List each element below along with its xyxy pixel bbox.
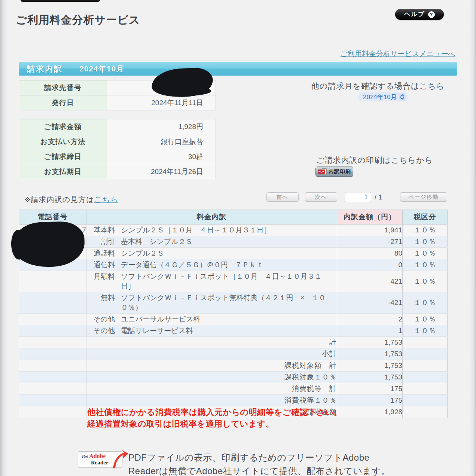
table-row: ご請求金額 1,928円	[19, 119, 216, 134]
cell-tax-class: １０％	[403, 314, 448, 325]
cell-tax-class: １０％	[403, 248, 448, 259]
row-value: 2024年11月26日	[107, 164, 216, 179]
other-month-label: 他の請求月を確認する場合はこちら	[306, 81, 450, 91]
table-note-link[interactable]: こちら	[94, 195, 118, 204]
prev-page-button[interactable]: 前へ	[266, 192, 299, 202]
summary-label: 小計	[86, 348, 337, 360]
pdf-icon: PDF	[318, 168, 327, 175]
header-tax-class: 税区分	[403, 210, 448, 225]
page-title: ご利用料金分析サービス	[16, 13, 140, 28]
cell-amount: 1,753	[337, 372, 403, 383]
row-value: 1,928円	[107, 119, 216, 134]
cell-item: 無料 ソフトバンクＷｉ－Ｆｉスポット無料特典（４２１円 × １０ ０％）	[86, 292, 337, 314]
item-description: 電話リレーサービス料	[115, 326, 337, 336]
cell-amount: 175	[337, 383, 403, 395]
cell-amount: 0	[337, 259, 403, 271]
print-section-label: ご請求内訳の印刷はこちらから	[316, 155, 433, 165]
charge-summary-row: 消費税等１０％ 175	[19, 395, 448, 406]
cell-phone-number	[19, 406, 86, 418]
cell-phone-number	[19, 395, 86, 406]
chevron-updown-icon	[399, 94, 405, 100]
cell-tax-class	[403, 348, 448, 360]
row-label: 発行日	[19, 95, 107, 110]
summary-label: 計	[86, 337, 337, 348]
next-page-button[interactable]: 次へ	[305, 192, 337, 202]
charge-summary-row: 消費税等 計 175	[19, 383, 448, 395]
adobe-swoosh-icon	[112, 449, 129, 469]
item-description: ユニバーサルサービス料	[115, 314, 337, 324]
row-label: ご請求金額	[19, 119, 107, 134]
table-row: お支払期日 2024年11月26日	[19, 164, 216, 179]
help-button[interactable]: ヘルプ ?	[395, 9, 444, 20]
cell-tax-class	[403, 337, 448, 348]
cell-phone-number	[19, 325, 86, 337]
row-label: お支払い方法	[19, 134, 107, 149]
month-select[interactable]: 2024年10月	[358, 92, 408, 101]
page-total: / 1	[375, 193, 382, 201]
goto-page-button[interactable]: ページ移動	[400, 192, 447, 202]
charge-detail-row: その他 電話リレーサービス料 1 １０％	[19, 325, 448, 337]
item-category: その他	[86, 314, 115, 324]
charge-detail-row: その他 ユニバーサルサービス料 2 １０％	[19, 314, 448, 325]
adobe-badge-adobe: Adobe	[89, 453, 106, 459]
charge-detail-row: 通信料 データ通信（４Ｇ／５Ｇ）＠０円 ７Ｐｋｔ 0 １０％	[19, 259, 448, 271]
item-description: 基本料 シンプル２Ｓ	[115, 237, 337, 247]
notice-line-1: 他社債権にかかる消費税率は購入元からの明細等をご確認下さい。	[87, 406, 372, 418]
cell-tax-class	[403, 383, 448, 395]
adobe-reader-description: PDFファイルの表示、印刷するためのフリーソフトAdobe Readerは無償で…	[128, 451, 390, 476]
row-value: 銀行口座振替	[107, 134, 216, 149]
detail-table-header-row: 電話番号 料金内訳 内訳金額（円） 税区分	[19, 210, 448, 225]
cell-tax-class	[403, 395, 448, 406]
help-button-label: ヘルプ	[404, 10, 425, 18]
item-category: 割引	[86, 237, 115, 247]
cell-item: 通信料 データ通信（４Ｇ／５Ｇ）＠０円 ７Ｐｋｔ	[86, 259, 337, 271]
cell-item: その他 電話リレーサービス料	[86, 325, 337, 337]
cell-item: 割引 基本料 シンプル２Ｓ	[86, 236, 337, 248]
cell-phone-number	[19, 314, 86, 325]
cell-tax-class: １０％	[403, 325, 448, 337]
item-category: 無料	[86, 293, 115, 303]
table-note: ※請求内訳の見方はこちら	[24, 195, 118, 205]
cell-phone-number	[19, 292, 86, 314]
cell-phone-number	[19, 360, 86, 372]
page-number-input[interactable]	[345, 192, 371, 202]
row-value: 2024年11月11日	[107, 95, 216, 110]
cell-amount: 80	[337, 248, 403, 259]
question-mark-icon: ?	[428, 11, 435, 18]
charge-summary-row: 計 1,753	[19, 337, 448, 348]
tax-notices: 他社債権にかかる消費税率は購入元からの明細等をご確認下さい。 経過措置対象の取引…	[87, 406, 372, 430]
cell-tax-class	[403, 406, 448, 418]
cell-amount: 1,753	[337, 348, 403, 360]
service-menu-link[interactable]: ご利用料金分析サービスメニューへ	[339, 49, 455, 59]
section-month: 2024年10月	[79, 64, 124, 74]
month-select-value: 2024年10月	[363, 93, 397, 101]
item-category: 基本料	[86, 225, 115, 235]
cell-tax-class: １０％	[403, 236, 448, 248]
pdf-print-button-label: 内訳印刷	[329, 168, 351, 175]
cell-amount: -421	[337, 292, 403, 314]
cell-item: その他 ユニバーサルサービス料	[86, 314, 337, 325]
section-header: 請求内訳 2024年10月	[19, 62, 457, 76]
cell-amount: 2	[337, 314, 403, 325]
summary-label: 消費税等 計	[86, 383, 337, 395]
row-label: ご請求締日	[19, 149, 107, 164]
cell-tax-class: １０％	[403, 259, 448, 271]
cell-tax-class: １０％	[403, 292, 448, 314]
charge-summary-row: 課税対象額 計 1,753	[19, 360, 448, 372]
row-label: お支払期日	[19, 164, 107, 179]
summary-label: 消費税等１０％	[86, 395, 337, 406]
redaction-bar-top	[21, 0, 100, 2]
cell-phone-number	[19, 337, 86, 348]
item-description: シンプル２Ｓ［１０月 ４日～１０月３１日］	[115, 225, 337, 235]
cell-amount: -271	[337, 236, 403, 248]
cell-phone-number	[19, 348, 86, 360]
cell-amount: 1	[337, 325, 403, 337]
cell-amount: 175	[337, 395, 403, 406]
pdf-print-button[interactable]: PDF 内訳印刷	[315, 167, 353, 177]
cell-amount: 1,753	[337, 337, 403, 348]
header-item: 料金内訳	[86, 210, 337, 225]
summary-label: 課税対象額 計	[86, 360, 337, 372]
summary-label: 課税対象１０％	[86, 372, 337, 383]
adobe-badge-get: Get	[82, 455, 88, 459]
cell-item: 基本料 シンプル２Ｓ［１０月 ４日～１０月３１日］	[86, 225, 337, 236]
